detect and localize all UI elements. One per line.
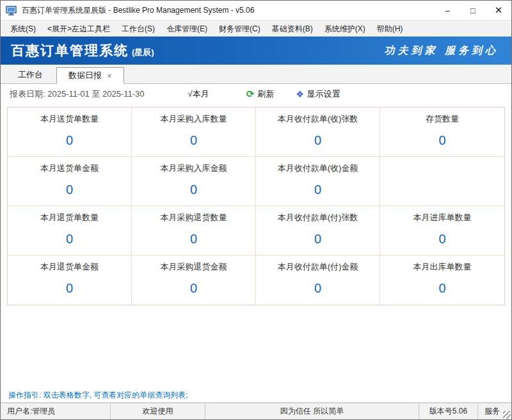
stat-value[interactable]: 0 [132,232,255,246]
stat-cell-inventory-count[interactable]: 存货数量 0 [380,108,504,157]
stat-value[interactable]: 0 [256,232,380,246]
stat-value[interactable]: 0 [256,281,380,296]
menu-item-maintenance[interactable]: 系统维护(X) [319,20,371,37]
stat-cell-delivery-amount[interactable]: 本月送货单金额 0 [8,157,132,206]
stat-cell-payment-amount[interactable]: 本月收付款单(付)金额 0 [256,255,380,305]
maximize-button[interactable]: □ [460,1,486,20]
content-filler [1,305,511,388]
display-settings-button[interactable]: ❖ 显示设置 [296,88,340,100]
status-slogan: 因为信任 所以简单 [205,403,419,419]
menu-item-finance[interactable]: 财务管理(C) [213,20,266,37]
stat-cell-receipt-count[interactable]: 本月收付款单(收)张数 0 [256,108,380,157]
stat-value[interactable]: 0 [8,232,131,246]
menubar: 系统(S) <展开>左边工具栏 工作台(S) 仓库管理(E) 财务管理(C) 基… [1,20,511,36]
tab-daily-report[interactable]: 数据日报 × [56,67,124,84]
stat-label: 本月采购退货数量 [132,212,255,223]
settings-icon: ❖ [296,89,304,99]
status-username: 用户名:管理员 [1,403,111,419]
window-title: 百惠订单管理系统星辰版 - Bestlike Pro Management Sy… [22,5,435,16]
stat-value[interactable]: 0 [132,182,255,197]
menu-item-basic-data[interactable]: 基础资料(B) [266,20,319,37]
stat-label: 本月采购入库数量 [132,113,255,125]
report-date-range: 报表日期: 2025-11-01 至 2025-11-30 [10,88,145,100]
stat-label: 本月退货单金额 [8,261,131,273]
menu-item-workbench[interactable]: 工作台(S) [116,20,161,37]
menu-item-warehouse[interactable]: 仓库管理(E) [161,20,213,37]
resize-grip[interactable] [503,411,511,419]
stat-cell-empty [380,157,504,206]
stat-cell-stock-in-count[interactable]: 本月进库单数量 0 [380,206,504,255]
stat-value[interactable]: 0 [8,182,131,197]
menu-item-expand-left-toolbar[interactable]: <展开>左边工具栏 [42,20,116,37]
stat-label: 本月退货单数量 [8,212,131,223]
stat-label: 本月出库单数量 [380,261,504,273]
stat-value[interactable]: 0 [132,281,255,296]
operation-hint: 操作指引: 双击表格数字, 可查看对应的单据查询列表; [1,388,511,403]
status-version: 版本号5.06 [419,403,478,419]
tab-workbench[interactable]: 工作台 [6,67,55,83]
stat-cell-delivery-count[interactable]: 本月送货单数量 0 [8,108,132,157]
stat-cell-stock-out-count[interactable]: 本月出库单数量 0 [380,255,504,305]
banner-title-group: 百惠订单管理系统 (星辰) [11,42,154,60]
status-welcome: 欢迎使用 [111,403,205,419]
tab-workbench-label: 工作台 [18,67,43,83]
banner-title: 百惠订单管理系统 [11,42,129,60]
stat-label: 本月采购入库金额 [132,163,255,174]
stat-cell-purchase-return-amount[interactable]: 本月采购退货金额 0 [132,255,256,305]
stat-label: 本月送货单数量 [8,113,131,125]
stat-label: 本月进库单数量 [380,212,504,223]
close-button[interactable]: ✕ [486,1,511,20]
stat-value[interactable]: 0 [132,133,255,148]
stat-label: 本月收付款单(付)金额 [256,261,380,273]
menu-item-system[interactable]: 系统(S) [4,20,42,37]
stat-cell-return-amount[interactable]: 本月退货单金额 0 [8,255,132,305]
display-settings-label: 显示设置 [307,88,340,100]
stat-cell-purchase-return-count[interactable]: 本月采购退货数量 0 [132,206,256,255]
report-toolbar: 报表日期: 2025-11-01 至 2025-11-30 √本月 ⟳ 刷新 ❖… [1,84,511,104]
current-month-filter[interactable]: √本月 [188,88,209,100]
minimize-button[interactable]: – [435,1,460,20]
stat-cell-receipt-amount[interactable]: 本月收付款单(收)金额 0 [256,157,380,206]
banner-subtitle: (星辰) [132,47,154,58]
refresh-label: 刷新 [257,88,274,100]
stat-label: 本月送货单金额 [8,163,131,174]
stat-value[interactable]: 0 [380,232,504,246]
stat-label: 本月收付款单(收)张数 [256,113,380,125]
refresh-icon: ⟳ [246,88,255,100]
stat-cell-purchase-in-amount[interactable]: 本月采购入库金额 0 [132,157,256,206]
banner: 百惠订单管理系统 (星辰) 功夫到家 服务到心 [1,36,511,65]
stat-label: 本月收付款单(付)张数 [256,212,380,223]
stat-cell-return-count[interactable]: 本月退货单数量 0 [8,206,132,255]
titlebar: 百惠订单管理系统星辰版 - Bestlike Pro Management Sy… [1,1,511,20]
stat-value[interactable]: 0 [8,133,131,148]
stat-cell-purchase-in-count[interactable]: 本月采购入库数量 0 [132,108,256,157]
tab-daily-report-label: 数据日报 [68,68,102,83]
app-window: 百惠订单管理系统星辰版 - Bestlike Pro Management Sy… [0,0,512,420]
stat-value[interactable]: 0 [8,281,131,296]
stat-value[interactable]: 0 [256,133,380,148]
app-icon [6,6,17,15]
refresh-button[interactable]: ⟳ 刷新 [246,88,275,100]
stat-value[interactable]: 0 [380,133,504,148]
stat-label: 本月收付款单(收)金额 [256,163,380,174]
banner-slogan: 功夫到家 服务到心 [384,44,499,58]
stat-value[interactable]: 0 [380,281,504,296]
stat-label: 存货数量 [380,113,504,125]
window-controls: – □ ✕ [435,1,511,20]
tabbar: 工作台 数据日报 × [1,65,511,84]
statusbar: 用户名:管理员 欢迎使用 因为信任 所以简单 版本号5.06 服务 [1,403,511,419]
stat-label: 本月采购退货金额 [132,261,255,273]
tab-close-icon[interactable]: × [107,72,112,80]
stats-grid: 本月送货单数量 0 本月采购入库数量 0 本月收付款单(收)张数 0 存货数量 … [7,107,505,305]
stat-cell-payment-count[interactable]: 本月收付款单(付)张数 0 [256,206,380,255]
menu-item-help[interactable]: 帮助(H) [371,20,409,37]
stat-value[interactable]: 0 [256,182,380,197]
